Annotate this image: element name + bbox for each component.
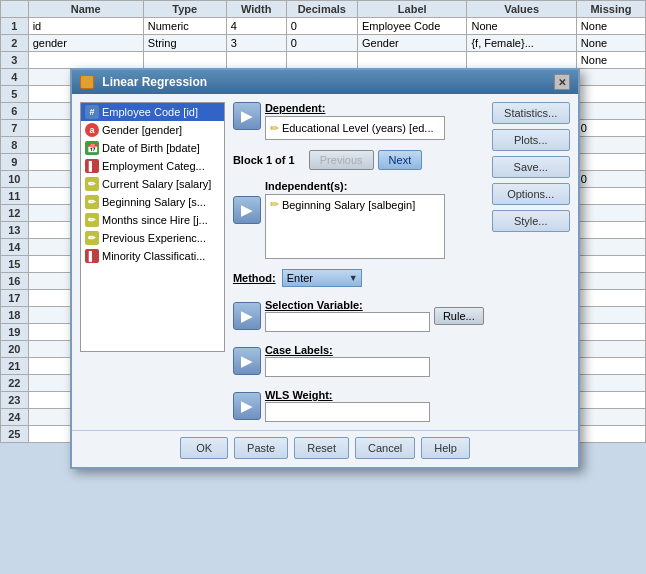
cell-missing[interactable]: 0 xyxy=(576,120,645,137)
selection-arrow-button[interactable]: ▶ xyxy=(233,302,261,330)
cell-decimals[interactable] xyxy=(286,52,357,69)
method-row: Method: Enter xyxy=(233,269,484,287)
row-number: 2 xyxy=(1,35,29,52)
case-labels-input[interactable] xyxy=(265,357,430,377)
variable-list-item[interactable]: 📅Date of Birth [bdate] xyxy=(81,139,224,157)
wls-weight-col: WLS Weight: xyxy=(265,389,430,422)
cell-missing[interactable] xyxy=(576,86,645,103)
cell-decimals[interactable]: 0 xyxy=(286,35,357,52)
selection-variable-label: Selection Variable: xyxy=(265,299,430,311)
cell-missing[interactable]: None xyxy=(576,35,645,52)
variable-label: Previous Experienc... xyxy=(102,232,206,244)
cell-width[interactable]: 4 xyxy=(226,18,286,35)
previous-button[interactable]: Previous xyxy=(309,150,374,170)
help-button[interactable]: Help xyxy=(421,437,470,443)
cancel-button[interactable]: Cancel xyxy=(355,437,415,443)
cell-missing[interactable] xyxy=(576,341,645,358)
variable-list-item[interactable]: aGender [gender] xyxy=(81,121,224,139)
statistics-button[interactable]: Statistics... xyxy=(492,102,570,124)
variable-list-item[interactable]: ▌Minority Classificati... xyxy=(81,247,224,265)
cell-values[interactable]: None xyxy=(467,18,576,35)
cell-missing[interactable] xyxy=(576,324,645,341)
plots-button[interactable]: Plots... xyxy=(492,129,570,151)
selection-variable-input[interactable] xyxy=(265,312,430,332)
row-number: 9 xyxy=(1,154,29,171)
cell-type[interactable] xyxy=(143,52,226,69)
variable-list-item[interactable]: ✏Previous Experienc... xyxy=(81,229,224,247)
cell-name[interactable] xyxy=(28,52,143,69)
method-select[interactable]: Enter xyxy=(282,269,362,287)
cell-label[interactable]: Gender xyxy=(358,35,467,52)
pencil-icon: ✏ xyxy=(85,195,99,209)
variable-list-item[interactable]: ▌Employment Categ... xyxy=(81,157,224,175)
cell-type[interactable]: Numeric xyxy=(143,18,226,35)
case-labels-arrow-button[interactable]: ▶ xyxy=(233,347,261,375)
variable-label: Minority Classificati... xyxy=(102,250,205,262)
options-button[interactable]: Options... xyxy=(492,183,570,205)
cell-label[interactable] xyxy=(358,52,467,69)
cell-missing[interactable] xyxy=(576,154,645,171)
cell-missing[interactable] xyxy=(576,358,645,375)
row-number: 21 xyxy=(1,358,29,375)
table-row: 1 id Numeric 4 0 Employee Code None None xyxy=(1,18,646,35)
cell-missing[interactable] xyxy=(576,409,645,426)
variable-label: Employment Categ... xyxy=(102,160,205,172)
cell-missing[interactable] xyxy=(576,137,645,154)
wls-weight-input[interactable] xyxy=(265,402,430,422)
style-button[interactable]: Style... xyxy=(492,210,570,232)
cell-width[interactable] xyxy=(226,52,286,69)
case-labels-label: Case Labels: xyxy=(265,344,430,356)
cell-decimals[interactable]: 0 xyxy=(286,18,357,35)
variable-list-item[interactable]: ✏Beginning Salary [s... xyxy=(81,193,224,211)
row-number: 1 xyxy=(1,18,29,35)
dialog-title: Linear Regression xyxy=(102,75,207,89)
cell-values[interactable] xyxy=(467,52,576,69)
cell-missing[interactable] xyxy=(576,375,645,392)
row-number: 19 xyxy=(1,324,29,341)
cell-name[interactable]: gender xyxy=(28,35,143,52)
cell-missing[interactable] xyxy=(576,205,645,222)
case-labels-col: Case Labels: xyxy=(265,344,430,377)
cell-missing[interactable] xyxy=(576,290,645,307)
cell-label[interactable]: Employee Code xyxy=(358,18,467,35)
next-button[interactable]: Next xyxy=(378,150,423,170)
cell-missing[interactable]: None xyxy=(576,18,645,35)
wls-arrow-button[interactable]: ▶ xyxy=(233,392,261,420)
date-icon: 📅 xyxy=(85,141,99,155)
dialog-middle: ▶ Dependent: ✏ Educational Level (years)… xyxy=(233,102,484,422)
right-buttons-panel: Statistics... Plots... Save... Options..… xyxy=(492,102,570,422)
cell-missing[interactable] xyxy=(576,188,645,205)
ok-button[interactable]: OK xyxy=(180,437,228,443)
variable-list[interactable]: #Employee Code [id]aGender [gender]📅Date… xyxy=(80,102,225,352)
cell-missing[interactable] xyxy=(576,392,645,409)
paste-button[interactable]: Paste xyxy=(234,437,288,443)
cell-missing[interactable] xyxy=(576,239,645,256)
cell-missing[interactable]: 0 xyxy=(576,171,645,188)
cell-missing[interactable] xyxy=(576,273,645,290)
variable-list-item[interactable]: ✏Current Salary [salary] xyxy=(81,175,224,193)
row-number: 15 xyxy=(1,256,29,273)
cell-missing[interactable] xyxy=(576,69,645,86)
dependent-arrow-button[interactable]: ▶ xyxy=(233,102,261,130)
cell-missing[interactable] xyxy=(576,307,645,324)
rule-button[interactable]: Rule... xyxy=(434,307,484,325)
variable-list-item[interactable]: #Employee Code [id] xyxy=(81,103,224,121)
col-header-width: Width xyxy=(226,1,286,18)
cell-missing[interactable] xyxy=(576,222,645,239)
cell-name[interactable]: id xyxy=(28,18,143,35)
cell-missing[interactable] xyxy=(576,256,645,273)
cell-missing[interactable] xyxy=(576,426,645,443)
dependent-value: Educational Level (years) [ed... xyxy=(282,122,434,134)
cell-type[interactable]: String xyxy=(143,35,226,52)
cell-missing[interactable]: None xyxy=(576,52,645,69)
cell-width[interactable]: 3 xyxy=(226,35,286,52)
independents-arrow-button[interactable]: ▶ xyxy=(233,196,261,224)
cell-missing[interactable] xyxy=(576,103,645,120)
dialog-titlebar: Linear Regression ✕ xyxy=(72,70,578,94)
save-button[interactable]: Save... xyxy=(492,156,570,178)
reset-button[interactable]: Reset xyxy=(294,437,349,443)
close-button[interactable]: ✕ xyxy=(554,74,570,90)
cell-values[interactable]: {f, Female}... xyxy=(467,35,576,52)
variable-list-item[interactable]: ✏Months since Hire [j... xyxy=(81,211,224,229)
selection-variable-row: ▶ Selection Variable: Rule... xyxy=(233,299,484,332)
